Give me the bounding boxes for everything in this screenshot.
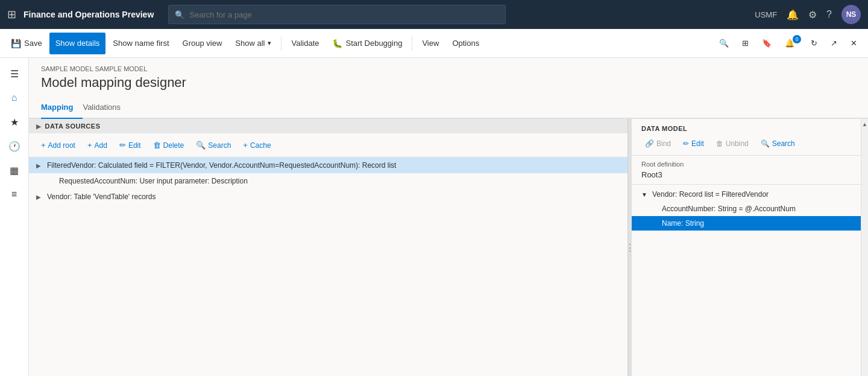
expand-icon[interactable]: ▶ <box>36 162 45 169</box>
options-button[interactable]: Options <box>446 33 485 54</box>
validate-button[interactable]: Validate <box>285 33 325 54</box>
add-root-icon: + <box>41 141 46 150</box>
unbind-button[interactable]: 🗑 Unbind <box>712 137 752 150</box>
sidebar-item-workspaces[interactable]: ▦ <box>4 159 25 181</box>
dm-tree-item-vendor[interactable]: ▼ Vendor: Record list = FilteredVendor <box>632 187 861 202</box>
page-header: SAMPLE MODEL SAMPLE MODEL Model mapping … <box>29 58 868 98</box>
delete-button[interactable]: 🗑 Delete <box>148 138 189 152</box>
tab-mapping[interactable]: Mapping <box>41 98 83 119</box>
data-model-toolbar: 🔗 Bind ✏ Edit 🗑 Unbind 🔍 <box>641 137 851 150</box>
designer-layout: ▶ DATA SOURCES + Add root + Add ✏ Edit <box>29 119 868 376</box>
bind-icon: 🔗 <box>645 139 654 148</box>
dm-search-icon: 🔍 <box>761 139 770 148</box>
page-title: Model mapping designer <box>41 75 856 91</box>
data-sources-header: ▶ DATA SOURCES <box>29 119 627 133</box>
delete-icon: 🗑 <box>153 141 161 150</box>
root-definition-section: Root definition Root3 <box>632 156 861 185</box>
collapse-icon[interactable]: ▶ <box>36 123 42 130</box>
data-model-header: DATA MODEL 🔗 Bind ✏ Edit 🗑 Unbind <box>632 119 861 156</box>
tree-item-vendor-table[interactable]: ▶ Vendor: Table 'VendTable' records <box>29 189 627 205</box>
left-sidebar: ☰ ⌂ ★ 🕐 ▦ ≡ <box>0 58 29 376</box>
breadcrumb: SAMPLE MODEL SAMPLE MODEL <box>41 65 856 72</box>
top-navigation: ⊞ Finance and Operations Preview 🔍 USMF … <box>0 0 868 29</box>
close-icon[interactable]: ✕ <box>844 33 863 54</box>
env-label: USMF <box>755 10 777 19</box>
start-debugging-button[interactable]: 🐛 Start Debugging <box>326 33 408 54</box>
data-sources-toolbar: + Add root + Add ✏ Edit 🗑 Delete <box>29 133 627 158</box>
help-icon[interactable]: ? <box>826 9 832 20</box>
add-root-button[interactable]: + Add root <box>36 138 80 152</box>
dm-edit-button[interactable]: ✏ Edit <box>679 137 708 150</box>
root-definition-value: Root3 <box>641 170 851 179</box>
dm-edit-icon: ✏ <box>683 139 689 148</box>
save-button[interactable]: 💾 Save <box>5 33 48 54</box>
show-details-button[interactable]: Show details <box>49 33 106 54</box>
unbind-icon: 🗑 <box>716 139 723 148</box>
search-icon: 🔍 <box>196 141 206 150</box>
data-model-panel: DATA MODEL 🔗 Bind ✏ Edit 🗑 Unbind <box>632 119 861 376</box>
data-sources-panel: ▶ DATA SOURCES + Add root + Add ✏ Edit <box>29 119 628 376</box>
search-button[interactable]: 🔍 Search <box>191 138 236 152</box>
toolbar-divider-2 <box>412 36 412 51</box>
tab-bar: Mapping Validations <box>29 98 868 119</box>
add-button[interactable]: + Add <box>83 138 112 152</box>
group-view-button[interactable]: Group view <box>177 33 228 54</box>
toolbar-divider-1 <box>281 36 281 51</box>
view-button[interactable]: View <box>416 33 445 54</box>
expand-icon[interactable]: ▶ <box>36 194 45 200</box>
tab-validations[interactable]: Validations <box>83 98 130 119</box>
root-definition-label: Root definition <box>641 161 851 168</box>
popout-icon[interactable]: ↗ <box>825 33 843 54</box>
nav-right: USMF 🔔 ⚙ ? NS <box>755 5 861 24</box>
dm-expand-icon[interactable]: ▼ <box>641 191 650 198</box>
bind-button[interactable]: 🔗 Bind <box>641 137 675 150</box>
edit-button[interactable]: ✏ Edit <box>115 138 146 152</box>
tree-item-requested-account-num[interactable]: RequestedAccountNum: User input paramete… <box>29 173 627 189</box>
scroll-up-icon[interactable]: ▲ <box>862 121 867 127</box>
global-search-input[interactable] <box>189 10 499 19</box>
search-icon: 🔍 <box>175 10 184 19</box>
sidebar-item-recent[interactable]: 🕐 <box>4 135 25 157</box>
data-sources-tree: ▶ FilteredVendor: Calculated field = FIL… <box>29 158 627 376</box>
avatar[interactable]: NS <box>841 5 861 24</box>
content-area: SAMPLE MODEL SAMPLE MODEL Model mapping … <box>29 58 868 376</box>
dm-tree-item-account-number[interactable]: AccountNumber: String = @.AccountNum <box>632 202 861 216</box>
notifications-badge-icon[interactable]: 🔔0 <box>779 33 804 54</box>
global-search-box[interactable]: 🔍 <box>168 5 506 24</box>
cache-button[interactable]: + Cache <box>238 138 275 152</box>
tree-item-filtered-vendor[interactable]: ▶ FilteredVendor: Calculated field = FIL… <box>29 158 627 173</box>
show-all-button[interactable]: Show all <box>229 33 277 54</box>
sidebar-item-hamburger[interactable]: ☰ <box>4 63 25 84</box>
debug-icon: 🐛 <box>332 39 342 48</box>
settings-icon[interactable]: ⚙ <box>808 9 817 21</box>
dm-search-button[interactable]: 🔍 Search <box>757 137 799 150</box>
add-icon: + <box>87 141 92 150</box>
edit-icon: ✏ <box>119 141 126 150</box>
sidebar-item-home[interactable]: ⌂ <box>4 87 25 109</box>
action-toolbar: 💾 Save Show details Show name first Grou… <box>0 29 868 58</box>
split-icon[interactable]: ⊞ <box>736 33 755 54</box>
search-toolbar-icon[interactable]: 🔍 <box>713 33 735 54</box>
refresh-icon[interactable]: ↻ <box>805 33 823 54</box>
data-model-tree: ▼ Vendor: Record list = FilteredVendor A… <box>632 185 861 376</box>
sidebar-item-modules[interactable]: ≡ <box>4 183 25 205</box>
save-icon: 💾 <box>11 39 21 48</box>
show-name-first-button[interactable]: Show name first <box>107 33 175 54</box>
data-model-title: DATA MODEL <box>641 125 851 132</box>
notifications-icon[interactable]: 🔔 <box>787 9 799 21</box>
right-scrollbar: ▲ <box>861 119 868 376</box>
grid-icon[interactable]: ⊞ <box>7 8 16 21</box>
dm-tree-item-name-string[interactable]: Name: String <box>632 216 861 231</box>
app-title: Finance and Operations Preview <box>24 10 154 19</box>
cache-icon: + <box>243 141 248 150</box>
bookmark-icon[interactable]: 🔖 <box>756 33 778 54</box>
sidebar-item-favorites[interactable]: ★ <box>4 111 25 133</box>
main-layout: ☰ ⌂ ★ 🕐 ▦ ≡ SAMPLE MODEL SAMPLE MODEL Mo… <box>0 58 868 376</box>
